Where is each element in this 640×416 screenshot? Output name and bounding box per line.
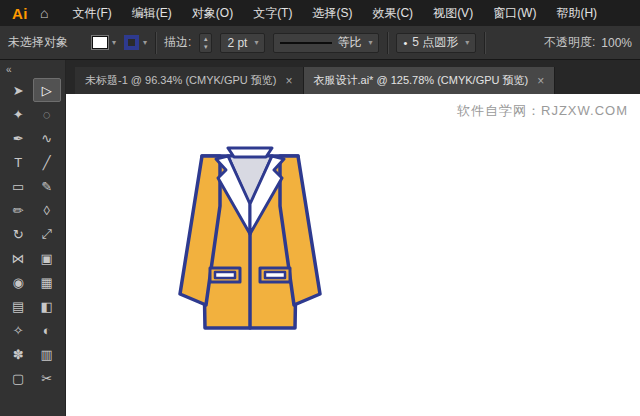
chevron-down-icon[interactable]: ▾ bbox=[112, 38, 116, 47]
blend-tool[interactable]: ◐ bbox=[33, 318, 62, 342]
main-area: « ➤▷✦◌✒∿T╱▭✎✏◊↻⤢⋈▣◉▦▤◧✧◐✽▥▢✂ 未标题-1 @ 96.… bbox=[0, 60, 640, 416]
menu-item[interactable]: 对象(O) bbox=[182, 0, 243, 26]
opacity-control[interactable]: 不透明度: 100% bbox=[544, 34, 632, 51]
artboard-tool[interactable]: ▢ bbox=[4, 366, 33, 390]
scale-tool[interactable]: ⤢ bbox=[33, 222, 62, 246]
tab-close-icon[interactable]: × bbox=[537, 74, 544, 88]
paintbrush-tool[interactable]: ✎ bbox=[33, 174, 62, 198]
stepper-up-icon[interactable]: ▴ bbox=[204, 35, 208, 43]
jacket-artwork[interactable] bbox=[170, 144, 330, 336]
opacity-value: 100% bbox=[601, 36, 632, 50]
menu-item[interactable]: 窗口(W) bbox=[483, 0, 546, 26]
jacket-right-pocket-slit bbox=[265, 272, 285, 278]
illustrator-logo: Ai bbox=[12, 5, 28, 22]
tab-untitled-1[interactable]: 未标题-1 @ 96.34% (CMYK/GPU 预览) × bbox=[75, 67, 304, 94]
home-icon[interactable]: ⌂ bbox=[40, 5, 48, 21]
jacket-collar bbox=[228, 148, 272, 157]
rotate-tool[interactable]: ↻ bbox=[4, 222, 33, 246]
stepper-down-icon[interactable]: ▾ bbox=[204, 43, 208, 51]
menu-item[interactable]: 文件(F) bbox=[62, 0, 121, 26]
separator bbox=[484, 32, 485, 54]
document-tab-bar: 未标题-1 @ 96.34% (CMYK/GPU 预览) × 衣服设计.ai* … bbox=[66, 60, 640, 94]
menu-bar: Ai ⌂ 文件(F)编辑(E)对象(O)文字(T)选择(S)效果(C)视图(V)… bbox=[0, 0, 640, 26]
tool-grid: ➤▷✦◌✒∿T╱▭✎✏◊↻⤢⋈▣◉▦▤◧✧◐✽▥▢✂ bbox=[0, 76, 65, 392]
tab-clothing-design[interactable]: 衣服设计.ai* @ 125.78% (CMYK/GPU 预览) × bbox=[304, 67, 556, 94]
width-profile-value: 等比 bbox=[337, 34, 361, 51]
control-bar: 未选择对象 ▾ ▾ 描边: ▴ ▾ 2 pt ▾ 等比 ▾ • 5 点圆形 ▾ … bbox=[0, 26, 640, 60]
selection-status: 未选择对象 bbox=[8, 34, 68, 51]
tab-title: 未标题-1 @ 96.34% (CMYK/GPU 预览) bbox=[85, 73, 276, 88]
line-segment-tool[interactable]: ╱ bbox=[33, 150, 62, 174]
chevron-down-icon[interactable]: ▾ bbox=[143, 38, 147, 47]
fill-color-control[interactable]: ▾ bbox=[92, 36, 116, 49]
rectangle-tool[interactable]: ▭ bbox=[4, 174, 33, 198]
watermark-text: 软件自学网：RJZXW.COM bbox=[457, 102, 628, 120]
menu-item[interactable]: 帮助(H) bbox=[546, 0, 607, 26]
stroke-swatch[interactable] bbox=[124, 35, 139, 50]
stroke-weight-value: 2 pt bbox=[227, 36, 247, 50]
stroke-weight-label: 描边: bbox=[164, 34, 191, 51]
chevron-down-icon[interactable]: ▾ bbox=[368, 38, 372, 47]
brush-name: 5 点圆形 bbox=[412, 34, 458, 51]
stroke-weight-stepper[interactable]: ▴ ▾ bbox=[199, 33, 212, 53]
direct-selection-tool[interactable]: ▷ bbox=[33, 78, 62, 102]
tab-title: 衣服设计.ai* @ 125.78% (CMYK/GPU 预览) bbox=[314, 73, 529, 88]
tools-panel-header: « bbox=[0, 60, 65, 76]
magic-wand-tool[interactable]: ✦ bbox=[4, 102, 33, 126]
mesh-tool[interactable]: ▤ bbox=[4, 294, 33, 318]
separator bbox=[155, 32, 156, 54]
width-tool[interactable]: ⋈ bbox=[4, 246, 33, 270]
artboard-canvas[interactable]: 软件自学网：RJZXW.COM bbox=[66, 94, 640, 416]
tools-panel: « ➤▷✦◌✒∿T╱▭✎✏◊↻⤢⋈▣◉▦▤◧✧◐✽▥▢✂ bbox=[0, 60, 66, 416]
menu-item[interactable]: 文字(T) bbox=[243, 0, 302, 26]
menu-list: 文件(F)编辑(E)对象(O)文字(T)选择(S)效果(C)视图(V)窗口(W)… bbox=[62, 0, 607, 26]
graph-tool[interactable]: ▥ bbox=[33, 342, 62, 366]
eyedropper-tool[interactable]: ✧ bbox=[4, 318, 33, 342]
menu-item[interactable]: 视图(V) bbox=[423, 0, 483, 26]
stroke-weight-dropdown[interactable]: 2 pt ▾ bbox=[220, 33, 265, 53]
width-profile-dropdown[interactable]: 等比 ▾ bbox=[273, 33, 379, 53]
brush-dot-icon: • bbox=[403, 37, 407, 49]
collapse-panel-icon[interactable]: « bbox=[6, 64, 12, 75]
tab-close-icon[interactable]: × bbox=[285, 74, 292, 88]
shape-builder-tool[interactable]: ◉ bbox=[4, 270, 33, 294]
curvature-tool[interactable]: ∿ bbox=[33, 126, 62, 150]
brush-dropdown[interactable]: • 5 点圆形 ▾ bbox=[396, 33, 476, 53]
document-area: 未标题-1 @ 96.34% (CMYK/GPU 预览) × 衣服设计.ai* … bbox=[66, 60, 640, 416]
chevron-down-icon[interactable]: ▾ bbox=[465, 38, 469, 47]
opacity-label: 不透明度: bbox=[544, 34, 595, 51]
jacket-left-pocket-slit bbox=[215, 272, 235, 278]
selection-tool[interactable]: ➤ bbox=[4, 78, 33, 102]
shaper-tool[interactable]: ◊ bbox=[33, 198, 62, 222]
type-tool[interactable]: T bbox=[4, 150, 33, 174]
menu-item[interactable]: 选择(S) bbox=[302, 0, 362, 26]
separator bbox=[387, 32, 388, 54]
fill-swatch[interactable] bbox=[92, 36, 108, 49]
perspective-grid-tool[interactable]: ▦ bbox=[33, 270, 62, 294]
free-transform-tool[interactable]: ▣ bbox=[33, 246, 62, 270]
pen-tool[interactable]: ✒ bbox=[4, 126, 33, 150]
symbol-sprayer-tool[interactable]: ✽ bbox=[4, 342, 33, 366]
menu-item[interactable]: 效果(C) bbox=[362, 0, 423, 26]
chevron-down-icon[interactable]: ▾ bbox=[254, 38, 258, 47]
gradient-tool[interactable]: ◧ bbox=[33, 294, 62, 318]
menu-item[interactable]: 编辑(E) bbox=[122, 0, 182, 26]
stroke-color-control[interactable]: ▾ bbox=[124, 35, 147, 50]
stroke-style-preview bbox=[280, 42, 332, 44]
slice-tool[interactable]: ✂ bbox=[33, 366, 62, 390]
pencil-tool[interactable]: ✏ bbox=[4, 198, 33, 222]
lasso-tool[interactable]: ◌ bbox=[33, 102, 62, 126]
